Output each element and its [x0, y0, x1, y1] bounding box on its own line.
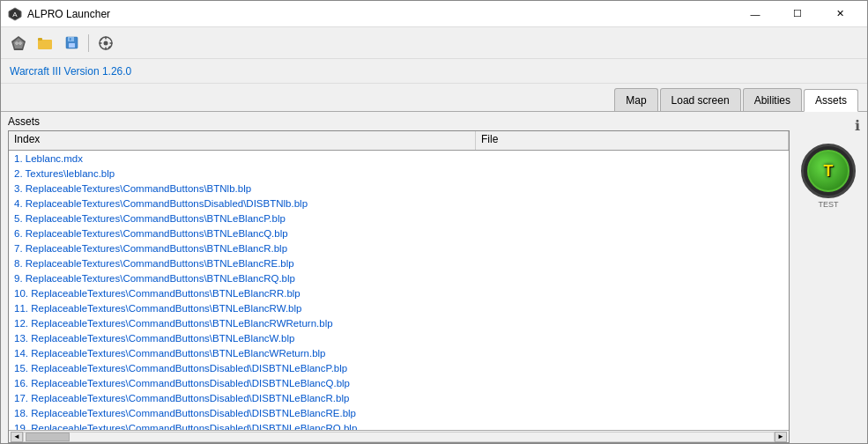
cell-index: 11. ReplaceableTextures\CommandButtons\B…	[9, 303, 476, 314]
cell-index: 18. ReplaceableTextures\CommandButtonsDi…	[9, 408, 476, 418]
horizontal-scrollbar[interactable]: ◄ ►	[9, 430, 789, 442]
table-body[interactable]: 1. Leblanc.mdx2. Textures\leblanc.blp3. …	[9, 151, 789, 430]
cell-index: 10. ReplaceableTextures\CommandButtons\B…	[9, 288, 476, 299]
preview-label: T	[824, 162, 834, 181]
svg-rect-18	[105, 47, 107, 49]
svg-rect-10	[38, 38, 42, 41]
svg-point-16	[104, 41, 108, 45]
svg-text:A: A	[12, 11, 18, 18]
cell-index: 13. ReplaceableTextures\CommandButtons\B…	[9, 333, 476, 344]
minimize-button[interactable]: —	[735, 1, 775, 27]
title-bar: A ALPRO Launcher — ☐ ✕	[1, 1, 867, 27]
app-window: A ALPRO Launcher — ☐ ✕	[0, 0, 868, 444]
hscroll-right-button[interactable]: ►	[775, 432, 787, 442]
version-text: Warcraft III Version 1.26.0	[10, 65, 131, 78]
table-row[interactable]: 15. ReplaceableTextures\CommandButtonsDi…	[9, 360, 789, 375]
tab-load-screen-label: Load screen	[671, 94, 730, 107]
tab-map[interactable]: Map	[614, 88, 657, 111]
table-header-row: Index File	[9, 131, 789, 151]
table-row[interactable]: 3. ReplaceableTextures\CommandButtons\BT…	[9, 181, 789, 196]
cell-index: 19. ReplaceableTextures\CommandButtonsDi…	[9, 423, 476, 431]
info-icon[interactable]: ℹ	[855, 118, 860, 133]
header-file: File	[476, 131, 789, 150]
open-button[interactable]	[33, 31, 57, 56]
right-panel: ℹ T TEST	[797, 115, 860, 443]
hscroll-thumb[interactable]	[26, 433, 70, 441]
cell-index: 8. ReplaceableTextures\CommandButtons\BT…	[9, 258, 476, 269]
svg-rect-19	[100, 42, 102, 44]
table-row[interactable]: 16. ReplaceableTextures\CommandButtonsDi…	[9, 375, 789, 390]
close-button[interactable]: ✕	[820, 1, 860, 27]
cell-index: 7. ReplaceableTextures\CommandButtons\BT…	[9, 243, 476, 254]
cell-index: 15. ReplaceableTextures\CommandButtonsDi…	[9, 363, 476, 374]
cell-index: 14. ReplaceableTextures\CommandButtons\B…	[9, 348, 476, 359]
table-row[interactable]: 4. ReplaceableTextures\CommandButtonsDis…	[9, 196, 789, 211]
table-row[interactable]: 17. ReplaceableTextures\CommandButtonsDi…	[9, 390, 789, 405]
cell-index: 16. ReplaceableTextures\CommandButtonsDi…	[9, 378, 476, 388]
table-row[interactable]: 10. ReplaceableTextures\CommandButtons\B…	[9, 285, 789, 300]
toolbar	[1, 27, 867, 59]
tab-map-label: Map	[626, 94, 646, 107]
settings-button[interactable]	[93, 31, 118, 56]
assets-table: Index File 1. Leblanc.mdx2. Textures\leb…	[8, 130, 790, 443]
cell-index: 6. ReplaceableTextures\CommandButtons\BT…	[9, 228, 476, 239]
status-area: Warcraft III Version 1.26.0	[1, 59, 867, 84]
svg-rect-13	[69, 43, 75, 48]
header-index: Index	[9, 131, 476, 150]
save-icon	[65, 36, 78, 49]
cell-index: 1. Leblanc.mdx	[9, 153, 476, 164]
gear-icon	[99, 36, 113, 50]
table-row[interactable]: 9. ReplaceableTextures\CommandButtons\BT…	[9, 270, 789, 285]
hscroll-left-button[interactable]: ◄	[11, 432, 23, 442]
cell-index: 5. ReplaceableTextures\CommandButtons\BT…	[9, 213, 476, 224]
table-row[interactable]: 8. ReplaceableTextures\CommandButtons\BT…	[9, 255, 789, 270]
table-row[interactable]: 11. ReplaceableTextures\CommandButtons\B…	[9, 300, 789, 315]
table-row[interactable]: 14. ReplaceableTextures\CommandButtons\B…	[9, 345, 789, 360]
toolbar-separator	[88, 34, 89, 52]
tab-abilities[interactable]: Abilities	[743, 88, 802, 111]
cell-index: 9. ReplaceableTextures\CommandButtons\BT…	[9, 273, 476, 284]
table-row[interactable]: 18. ReplaceableTextures\CommandButtonsDi…	[9, 405, 789, 420]
main-area: Assets Index File 1. Leblanc.mdx2. Textu…	[1, 112, 867, 443]
cell-index: 3. ReplaceableTextures\CommandButtons\BT…	[9, 183, 476, 194]
folder-icon	[38, 37, 52, 49]
tab-assets-label: Assets	[815, 94, 847, 107]
cell-index: 17. ReplaceableTextures\CommandButtonsDi…	[9, 393, 476, 403]
cell-index: 2. Textures\leblanc.blp	[9, 168, 476, 179]
table-row[interactable]: 5. ReplaceableTextures\CommandButtons\BT…	[9, 211, 789, 226]
tab-bar: Map Load screen Abilities Assets	[1, 84, 867, 112]
table-row[interactable]: 7. ReplaceableTextures\CommandButtons\BT…	[9, 240, 789, 255]
table-row[interactable]: 2. Textures\leblanc.blp	[9, 166, 789, 181]
cell-index: 4. ReplaceableTextures\CommandButtonsDis…	[9, 198, 476, 209]
section-label: Assets	[8, 115, 790, 128]
tab-abilities-label: Abilities	[754, 94, 790, 107]
preview-icon-inner: T	[807, 150, 849, 192]
tab-load-screen[interactable]: Load screen	[660, 88, 741, 111]
svg-point-6	[16, 42, 17, 43]
cell-index: 12. ReplaceableTextures\CommandButtons\B…	[9, 318, 476, 329]
title-bar-left: A ALPRO Launcher	[8, 7, 110, 21]
table-row[interactable]: 6. ReplaceableTextures\CommandButtons\BT…	[9, 226, 789, 240]
svg-rect-20	[110, 42, 113, 44]
wolf-icon	[11, 35, 26, 51]
title-bar-controls: — ☐ ✕	[735, 1, 860, 27]
wolf-icon-button[interactable]	[6, 31, 31, 56]
hscroll-track	[23, 432, 775, 442]
app-icon: A	[8, 7, 22, 21]
svg-rect-17	[105, 36, 107, 39]
svg-rect-14	[70, 38, 71, 41]
maximize-button[interactable]: ☐	[777, 1, 818, 27]
svg-point-7	[19, 42, 20, 43]
tab-assets[interactable]: Assets	[804, 89, 858, 112]
info-icon-area: ℹ	[855, 117, 860, 134]
table-row[interactable]: 13. ReplaceableTextures\CommandButtons\B…	[9, 330, 789, 345]
save-button[interactable]	[59, 31, 84, 56]
assets-section: Assets Index File 1. Leblanc.mdx2. Textu…	[8, 115, 790, 443]
table-row[interactable]: 1. Leblanc.mdx	[9, 151, 789, 166]
table-row[interactable]: 12. ReplaceableTextures\CommandButtons\B…	[9, 315, 789, 330]
preview-icon: T	[801, 144, 856, 198]
preview-subtext: TEST	[818, 200, 838, 209]
title-text: ALPRO Launcher	[27, 8, 110, 20]
table-row[interactable]: 19. ReplaceableTextures\CommandButtonsDi…	[9, 420, 789, 430]
